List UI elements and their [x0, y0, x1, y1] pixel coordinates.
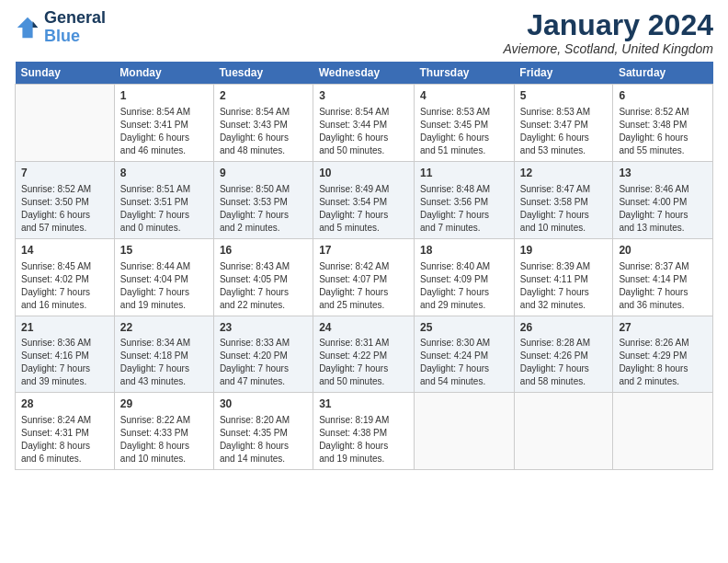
calendar-cell: 8Sunrise: 8:51 AM Sunset: 3:51 PM Daylig…: [114, 161, 213, 238]
day-number: 15: [120, 243, 208, 259]
svg-marker-1: [33, 21, 39, 28]
calendar-cell: 18Sunrise: 8:40 AM Sunset: 4:09 PM Dayli…: [415, 238, 515, 316]
week-row-4: 21Sunrise: 8:36 AM Sunset: 4:16 PM Dayli…: [16, 316, 713, 393]
day-number: 21: [21, 320, 108, 336]
calendar-cell: 9Sunrise: 8:50 AM Sunset: 3:53 PM Daylig…: [213, 161, 313, 238]
day-number: 24: [319, 320, 408, 336]
calendar-cell: 5Sunrise: 8:53 AM Sunset: 3:47 PM Daylig…: [514, 85, 613, 162]
day-number: 13: [619, 166, 707, 181]
day-info: Sunrise: 8:47 AM Sunset: 3:58 PM Dayligh…: [520, 183, 608, 235]
location: Aviemore, Scotland, United Kingdom: [503, 41, 713, 56]
day-number: 17: [319, 243, 408, 259]
weekday-header-friday: Friday: [514, 62, 613, 85]
day-info: Sunrise: 8:54 AM Sunset: 3:44 PM Dayligh…: [319, 106, 408, 157]
calendar-cell: 29Sunrise: 8:22 AM Sunset: 4:33 PM Dayli…: [114, 393, 213, 470]
week-row-5: 28Sunrise: 8:24 AM Sunset: 4:31 PM Dayli…: [16, 393, 713, 470]
calendar-cell: [613, 393, 713, 470]
calendar-cell: 21Sunrise: 8:36 AM Sunset: 4:16 PM Dayli…: [16, 316, 115, 393]
day-info: Sunrise: 8:36 AM Sunset: 4:16 PM Dayligh…: [21, 337, 108, 388]
calendar-cell: 7Sunrise: 8:52 AM Sunset: 3:50 PM Daylig…: [16, 161, 115, 238]
logo-line2: Blue: [44, 27, 80, 45]
day-info: Sunrise: 8:50 AM Sunset: 3:53 PM Dayligh…: [220, 183, 307, 235]
day-info: Sunrise: 8:37 AM Sunset: 4:14 PM Dayligh…: [619, 260, 707, 312]
calendar-cell: 20Sunrise: 8:37 AM Sunset: 4:14 PM Dayli…: [613, 238, 713, 316]
day-number: 20: [619, 243, 707, 259]
weekday-header-thursday: Thursday: [415, 62, 515, 85]
day-number: 7: [21, 166, 108, 181]
day-info: Sunrise: 8:49 AM Sunset: 3:54 PM Dayligh…: [319, 183, 408, 235]
header: General Blue January 2024 Aviemore, Scot…: [15, 9, 713, 56]
day-info: Sunrise: 8:33 AM Sunset: 4:20 PM Dayligh…: [220, 337, 307, 388]
logo-line1: General: [44, 9, 106, 28]
weekday-header-saturday: Saturday: [613, 62, 713, 85]
calendar-cell: 23Sunrise: 8:33 AM Sunset: 4:20 PM Dayli…: [213, 316, 313, 393]
weekday-header-row: SundayMondayTuesdayWednesdayThursdayFrid…: [16, 62, 713, 85]
day-number: 5: [520, 88, 608, 104]
calendar-cell: [514, 393, 613, 470]
day-number: 26: [520, 320, 608, 336]
calendar-cell: 1Sunrise: 8:54 AM Sunset: 3:41 PM Daylig…: [114, 85, 213, 162]
calendar-cell: 2Sunrise: 8:54 AM Sunset: 3:43 PM Daylig…: [213, 85, 313, 162]
day-number: 28: [21, 396, 108, 412]
weekday-header-monday: Monday: [114, 62, 213, 85]
day-number: 27: [619, 320, 707, 336]
title-block: January 2024 Aviemore, Scotland, United …: [503, 9, 713, 56]
day-info: Sunrise: 8:44 AM Sunset: 4:04 PM Dayligh…: [120, 260, 208, 312]
calendar-cell: 11Sunrise: 8:48 AM Sunset: 3:56 PM Dayli…: [415, 161, 515, 238]
day-info: Sunrise: 8:45 AM Sunset: 4:02 PM Dayligh…: [21, 260, 108, 312]
day-info: Sunrise: 8:42 AM Sunset: 4:07 PM Dayligh…: [319, 260, 408, 312]
calendar-cell: 14Sunrise: 8:45 AM Sunset: 4:02 PM Dayli…: [16, 238, 115, 316]
calendar-cell: 15Sunrise: 8:44 AM Sunset: 4:04 PM Dayli…: [114, 238, 213, 316]
day-info: Sunrise: 8:24 AM Sunset: 4:31 PM Dayligh…: [21, 414, 108, 465]
calendar-cell: 22Sunrise: 8:34 AM Sunset: 4:18 PM Dayli…: [114, 316, 213, 393]
calendar-cell: 19Sunrise: 8:39 AM Sunset: 4:11 PM Dayli…: [514, 238, 613, 316]
day-info: Sunrise: 8:19 AM Sunset: 4:38 PM Dayligh…: [319, 414, 408, 465]
day-info: Sunrise: 8:52 AM Sunset: 3:48 PM Dayligh…: [619, 106, 707, 157]
logo-icon: [15, 15, 40, 40]
day-number: 18: [420, 243, 508, 259]
calendar-cell: 31Sunrise: 8:19 AM Sunset: 4:38 PM Dayli…: [313, 393, 415, 470]
day-info: Sunrise: 8:26 AM Sunset: 4:29 PM Dayligh…: [619, 337, 707, 388]
day-number: 31: [319, 396, 408, 412]
day-info: Sunrise: 8:54 AM Sunset: 3:41 PM Dayligh…: [120, 106, 208, 157]
day-number: 22: [120, 320, 208, 336]
calendar-cell: 13Sunrise: 8:46 AM Sunset: 4:00 PM Dayli…: [613, 161, 713, 238]
day-number: 12: [520, 166, 608, 181]
calendar-cell: 3Sunrise: 8:54 AM Sunset: 3:44 PM Daylig…: [313, 85, 415, 162]
day-info: Sunrise: 8:53 AM Sunset: 3:45 PM Dayligh…: [420, 106, 508, 157]
calendar-cell: 25Sunrise: 8:30 AM Sunset: 4:24 PM Dayli…: [415, 316, 515, 393]
logo: General Blue: [15, 9, 106, 46]
calendar-table: SundayMondayTuesdayWednesdayThursdayFrid…: [15, 62, 713, 470]
day-number: 6: [619, 88, 707, 104]
calendar-cell: 6Sunrise: 8:52 AM Sunset: 3:48 PM Daylig…: [613, 85, 713, 162]
calendar-cell: 10Sunrise: 8:49 AM Sunset: 3:54 PM Dayli…: [313, 161, 415, 238]
calendar-cell: 4Sunrise: 8:53 AM Sunset: 3:45 PM Daylig…: [415, 85, 515, 162]
day-info: Sunrise: 8:20 AM Sunset: 4:35 PM Dayligh…: [220, 414, 307, 465]
day-info: Sunrise: 8:53 AM Sunset: 3:47 PM Dayligh…: [520, 106, 608, 157]
day-info: Sunrise: 8:54 AM Sunset: 3:43 PM Dayligh…: [220, 106, 307, 157]
day-number: 2: [220, 88, 307, 104]
calendar-cell: 24Sunrise: 8:31 AM Sunset: 4:22 PM Dayli…: [313, 316, 415, 393]
day-number: 11: [420, 166, 508, 181]
day-number: 3: [319, 88, 408, 104]
day-number: 30: [220, 396, 307, 412]
day-number: 14: [21, 243, 108, 259]
calendar-cell: 28Sunrise: 8:24 AM Sunset: 4:31 PM Dayli…: [16, 393, 115, 470]
day-number: 9: [220, 166, 307, 181]
weekday-header-tuesday: Tuesday: [213, 62, 313, 85]
day-number: 29: [120, 396, 208, 412]
calendar-cell: 26Sunrise: 8:28 AM Sunset: 4:26 PM Dayli…: [514, 316, 613, 393]
day-number: 19: [520, 243, 608, 259]
day-number: 10: [319, 166, 408, 181]
calendar-cell: 12Sunrise: 8:47 AM Sunset: 3:58 PM Dayli…: [514, 161, 613, 238]
day-info: Sunrise: 8:43 AM Sunset: 4:05 PM Dayligh…: [220, 260, 307, 312]
calendar-cell: 17Sunrise: 8:42 AM Sunset: 4:07 PM Dayli…: [313, 238, 415, 316]
week-row-1: 1Sunrise: 8:54 AM Sunset: 3:41 PM Daylig…: [16, 85, 713, 162]
day-info: Sunrise: 8:34 AM Sunset: 4:18 PM Dayligh…: [120, 337, 208, 388]
calendar-cell: 30Sunrise: 8:20 AM Sunset: 4:35 PM Dayli…: [213, 393, 313, 470]
day-info: Sunrise: 8:31 AM Sunset: 4:22 PM Dayligh…: [319, 337, 408, 388]
week-row-2: 7Sunrise: 8:52 AM Sunset: 3:50 PM Daylig…: [16, 161, 713, 238]
weekday-header-sunday: Sunday: [16, 62, 115, 85]
calendar-cell: [415, 393, 515, 470]
day-info: Sunrise: 8:39 AM Sunset: 4:11 PM Dayligh…: [520, 260, 608, 312]
